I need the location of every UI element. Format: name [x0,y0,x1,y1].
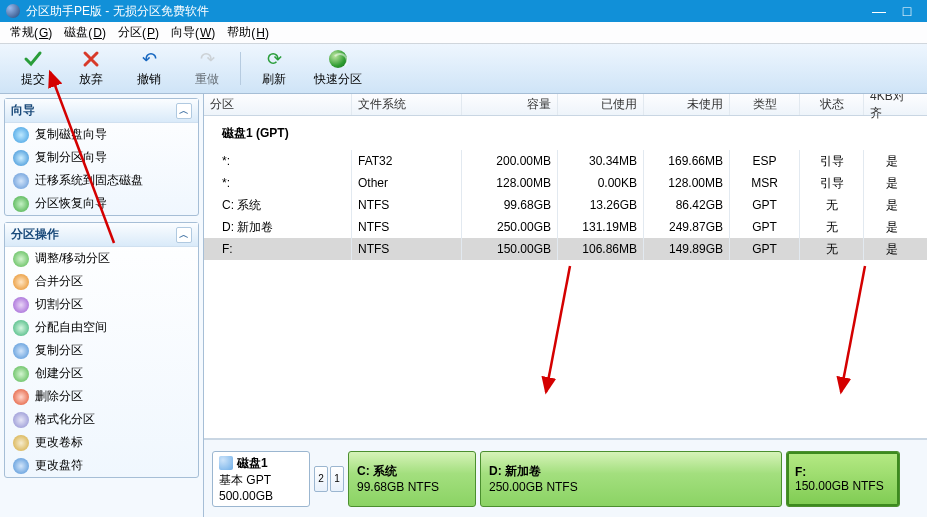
disk-visual-bar: 磁盘1 基本 GPT 500.00GB 2 1 C: 系统99.68GB NTF… [204,439,927,517]
th-free[interactable]: 未使用 [644,94,730,115]
mini-btn-1[interactable]: 1 [330,466,344,492]
delete-icon [13,389,29,405]
partition-box[interactable]: D: 新加卷250.00GB NTFS [480,451,782,507]
table-row[interactable]: C: 系统NTFS99.68GB13.26GB86.42GBGPT无是 [204,194,927,216]
table-row[interactable]: D: 新加卷NTFS250.00GB131.19MB249.87GBGPT无是 [204,216,927,238]
merge-icon [13,274,29,290]
collapse-icon[interactable]: ︿ [176,227,192,243]
content-area: 分区 文件系统 容量 已使用 未使用 类型 状态 4KB对齐 磁盘1 (GPT)… [204,94,927,517]
label-icon [13,435,29,451]
migrate-icon [13,173,29,189]
op-copy[interactable]: 复制分区 [5,339,198,362]
wizard-panel: 向导 ︿ 复制磁盘向导 复制分区向导 迁移系统到固态磁盘 分区恢复向导 [4,98,199,216]
table-header: 分区 文件系统 容量 已使用 未使用 类型 状态 4KB对齐 [204,94,927,116]
table-row[interactable]: F:NTFS150.00GB106.86MB149.89GBGPT无是 [204,238,927,260]
wizard-recovery[interactable]: 分区恢复向导 [5,192,198,215]
redo-icon: ↷ [197,49,217,69]
disk-copy-icon [13,127,29,143]
discard-button[interactable]: 放弃 [62,46,120,91]
table-row[interactable]: *:Other128.00MB0.00KB128.00MBMSR引导是 [204,172,927,194]
partition-copy-icon [13,150,29,166]
redo-button[interactable]: ↷ 重做 [178,46,236,91]
format-icon [13,412,29,428]
undo-icon: ↶ [139,49,159,69]
op-format[interactable]: 格式化分区 [5,408,198,431]
disk-group-title[interactable]: 磁盘1 (GPT) [204,116,927,150]
menu-wizard[interactable]: 向导(W) [165,22,221,43]
wizard-copy-partition[interactable]: 复制分区向导 [5,146,198,169]
copy-icon [13,343,29,359]
create-icon [13,366,29,382]
window-title: 分区助手PE版 - 无损分区免费软件 [26,3,865,20]
op-label[interactable]: 更改卷标 [5,431,198,454]
refresh-icon: ⟳ [264,49,284,69]
th-filesystem[interactable]: 文件系统 [352,94,462,115]
th-partition[interactable]: 分区 [204,94,352,115]
partition-box[interactable]: F:150.00GB NTFS [786,451,900,507]
op-merge[interactable]: 合并分区 [5,270,198,293]
wizard-migrate-ssd[interactable]: 迁移系统到固态磁盘 [5,169,198,192]
toolbar-separator [240,52,241,85]
menu-general[interactable]: 常规(G) [4,22,58,43]
op-delete[interactable]: 删除分区 [5,385,198,408]
allocate-icon [13,320,29,336]
op-resize[interactable]: 调整/移动分区 [5,247,198,270]
disk-icon [219,456,233,470]
table-row[interactable]: *:FAT32200.00MB30.34MB169.66MBESP引导是 [204,150,927,172]
disk-mini-buttons: 2 1 [314,466,344,492]
th-capacity[interactable]: 容量 [462,94,558,115]
wizard-copy-disk[interactable]: 复制磁盘向导 [5,123,198,146]
globe-icon [328,49,348,69]
recovery-icon [13,196,29,212]
menubar: 常规(G) 磁盘(D) 分区(P) 向导(W) 帮助(H) [0,22,927,44]
commit-button[interactable]: 提交 [4,46,62,91]
x-icon [81,49,101,69]
disk-info-box[interactable]: 磁盘1 基本 GPT 500.00GB [212,451,310,507]
partition-table: 分区 文件系统 容量 已使用 未使用 类型 状态 4KB对齐 磁盘1 (GPT)… [204,94,927,439]
maximize-button[interactable]: □ [893,2,921,20]
ops-panel: 分区操作 ︿ 调整/移动分区 合并分区 切割分区 分配自由空间 复制分区 创建分… [4,222,199,478]
wizard-panel-header[interactable]: 向导 ︿ [5,99,198,123]
titlebar: 分区助手PE版 - 无损分区免费软件 — □ [0,0,927,22]
op-create[interactable]: 创建分区 [5,362,198,385]
quick-partition-button[interactable]: 快速分区 [303,46,373,91]
app-icon [6,4,20,18]
refresh-button[interactable]: ⟳ 刷新 [245,46,303,91]
menu-help[interactable]: 帮助(H) [221,22,275,43]
check-icon [23,49,43,69]
mini-btn-2[interactable]: 2 [314,466,328,492]
collapse-icon[interactable]: ︿ [176,103,192,119]
op-letter[interactable]: 更改盘符 [5,454,198,477]
minimize-button[interactable]: — [865,2,893,20]
letter-icon [13,458,29,474]
menu-disk[interactable]: 磁盘(D) [58,22,112,43]
toolbar: 提交 放弃 ↶ 撤销 ↷ 重做 ⟳ 刷新 快速分区 [0,44,927,94]
split-icon [13,297,29,313]
th-type[interactable]: 类型 [730,94,800,115]
ops-panel-header[interactable]: 分区操作 ︿ [5,223,198,247]
menu-partition[interactable]: 分区(P) [112,22,165,43]
th-4k-align[interactable]: 4KB对齐 [864,94,920,115]
th-used[interactable]: 已使用 [558,94,644,115]
op-split[interactable]: 切割分区 [5,293,198,316]
undo-button[interactable]: ↶ 撤销 [120,46,178,91]
sidebar: 向导 ︿ 复制磁盘向导 复制分区向导 迁移系统到固态磁盘 分区恢复向导 分区操作… [0,94,204,517]
resize-icon [13,251,29,267]
th-status[interactable]: 状态 [800,94,864,115]
partition-box[interactable]: C: 系统99.68GB NTFS [348,451,476,507]
op-allocate[interactable]: 分配自由空间 [5,316,198,339]
